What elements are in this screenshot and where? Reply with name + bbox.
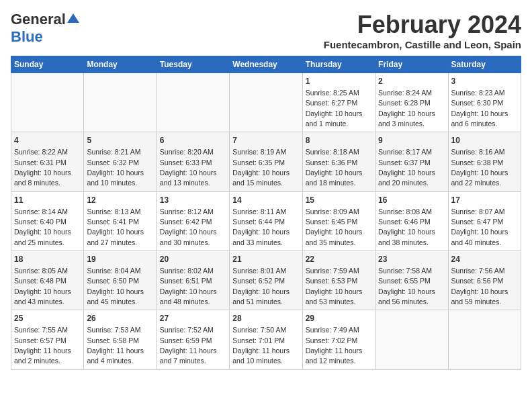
day-info: Sunrise: 8:22 AM Sunset: 6:31 PM Dayligh… — [14, 148, 71, 187]
day-number: 16 — [378, 195, 445, 206]
day-number: 27 — [160, 313, 226, 324]
calendar-cell — [375, 310, 448, 369]
day-info: Sunrise: 8:19 AM Sunset: 6:35 PM Dayligh… — [232, 148, 290, 187]
day-info: Sunrise: 7:52 AM Sunset: 6:59 PM Dayligh… — [160, 326, 217, 365]
calendar-cell: 16Sunrise: 8:08 AM Sunset: 6:46 PM Dayli… — [375, 191, 448, 250]
day-info: Sunrise: 7:55 AM Sunset: 6:57 PM Dayligh… — [14, 326, 71, 365]
day-number: 10 — [451, 135, 518, 146]
calendar-cell: 12Sunrise: 8:13 AM Sunset: 6:41 PM Dayli… — [84, 191, 157, 250]
day-number: 12 — [87, 195, 153, 206]
svg-marker-0 — [67, 13, 79, 23]
calendar-week-row: 4Sunrise: 8:22 AM Sunset: 6:31 PM Daylig… — [11, 132, 521, 191]
day-info: Sunrise: 8:09 AM Sunset: 6:45 PM Dayligh… — [306, 208, 363, 246]
day-number: 8 — [306, 135, 372, 146]
day-number: 18 — [14, 254, 81, 265]
calendar-week-row: 25Sunrise: 7:55 AM Sunset: 6:57 PM Dayli… — [11, 310, 521, 369]
title-block: February 2024 Fuentecambron, Castille an… — [324, 11, 521, 50]
calendar-cell — [157, 73, 229, 132]
day-info: Sunrise: 7:56 AM Sunset: 6:56 PM Dayligh… — [451, 267, 508, 306]
calendar-cell: 10Sunrise: 8:16 AM Sunset: 6:38 PM Dayli… — [448, 132, 521, 191]
day-number: 24 — [451, 254, 518, 265]
calendar-cell: 27Sunrise: 7:52 AM Sunset: 6:59 PM Dayli… — [157, 310, 229, 369]
day-info: Sunrise: 8:21 AM Sunset: 6:32 PM Dayligh… — [87, 148, 144, 187]
day-info: Sunrise: 7:59 AM Sunset: 6:53 PM Dayligh… — [306, 267, 363, 306]
day-info: Sunrise: 8:05 AM Sunset: 6:48 PM Dayligh… — [14, 267, 71, 306]
day-number: 6 — [160, 135, 226, 146]
calendar-cell: 23Sunrise: 7:58 AM Sunset: 6:55 PM Dayli… — [375, 251, 448, 310]
calendar-cell: 9Sunrise: 8:17 AM Sunset: 6:37 PM Daylig… — [375, 132, 448, 191]
calendar-week-row: 11Sunrise: 8:14 AM Sunset: 6:40 PM Dayli… — [11, 191, 521, 250]
day-info: Sunrise: 7:50 AM Sunset: 7:01 PM Dayligh… — [232, 326, 290, 365]
weekday-header: Sunday — [11, 56, 84, 73]
calendar-cell: 3Sunrise: 8:23 AM Sunset: 6:30 PM Daylig… — [448, 73, 521, 132]
day-number: 19 — [87, 254, 153, 265]
day-number: 22 — [306, 254, 372, 265]
day-info: Sunrise: 8:02 AM Sunset: 6:51 PM Dayligh… — [160, 267, 217, 306]
weekday-header: Tuesday — [157, 56, 229, 73]
day-number: 9 — [378, 135, 445, 146]
calendar-cell: 29Sunrise: 7:49 AM Sunset: 7:02 PM Dayli… — [302, 310, 375, 369]
header: General Blue February 2024 Fuentecambron… — [11, 11, 521, 50]
calendar-cell: 7Sunrise: 8:19 AM Sunset: 6:35 PM Daylig… — [230, 132, 302, 191]
calendar-cell: 13Sunrise: 8:12 AM Sunset: 6:42 PM Dayli… — [157, 191, 229, 250]
weekday-header: Thursday — [302, 56, 375, 73]
day-number: 26 — [87, 313, 153, 324]
calendar-cell: 21Sunrise: 8:01 AM Sunset: 6:52 PM Dayli… — [230, 251, 302, 310]
calendar-cell: 26Sunrise: 7:53 AM Sunset: 6:58 PM Dayli… — [84, 310, 157, 369]
calendar-cell: 19Sunrise: 8:04 AM Sunset: 6:50 PM Dayli… — [84, 251, 157, 310]
logo-general-text: General — [11, 11, 66, 28]
day-info: Sunrise: 7:49 AM Sunset: 7:02 PM Dayligh… — [306, 326, 363, 365]
calendar-cell: 4Sunrise: 8:22 AM Sunset: 6:31 PM Daylig… — [11, 132, 84, 191]
day-info: Sunrise: 8:24 AM Sunset: 6:28 PM Dayligh… — [378, 89, 435, 128]
day-number: 2 — [378, 76, 445, 87]
calendar-cell: 24Sunrise: 7:56 AM Sunset: 6:56 PM Dayli… — [448, 251, 521, 310]
calendar-cell — [448, 310, 521, 369]
calendar-cell: 25Sunrise: 7:55 AM Sunset: 6:57 PM Dayli… — [11, 310, 84, 369]
day-info: Sunrise: 8:12 AM Sunset: 6:42 PM Dayligh… — [160, 208, 217, 246]
calendar-table: SundayMondayTuesdayWednesdayThursdayFrid… — [11, 56, 521, 370]
day-info: Sunrise: 8:13 AM Sunset: 6:41 PM Dayligh… — [87, 208, 144, 246]
calendar-cell: 20Sunrise: 8:02 AM Sunset: 6:51 PM Dayli… — [157, 251, 229, 310]
day-info: Sunrise: 8:18 AM Sunset: 6:36 PM Dayligh… — [306, 148, 363, 187]
calendar-cell — [11, 73, 84, 132]
day-info: Sunrise: 8:23 AM Sunset: 6:30 PM Dayligh… — [451, 89, 508, 128]
day-number: 5 — [87, 135, 153, 146]
day-info: Sunrise: 8:11 AM Sunset: 6:44 PM Dayligh… — [232, 208, 290, 246]
day-number: 25 — [14, 313, 81, 324]
day-number: 15 — [306, 195, 372, 206]
calendar-cell — [230, 73, 302, 132]
day-info: Sunrise: 8:08 AM Sunset: 6:46 PM Dayligh… — [378, 208, 435, 246]
day-number: 23 — [378, 254, 445, 265]
calendar-cell: 18Sunrise: 8:05 AM Sunset: 6:48 PM Dayli… — [11, 251, 84, 310]
day-number: 13 — [160, 195, 226, 206]
calendar-cell: 8Sunrise: 8:18 AM Sunset: 6:36 PM Daylig… — [302, 132, 375, 191]
day-number: 21 — [232, 254, 299, 265]
location: Fuentecambron, Castille and Leon, Spain — [324, 39, 521, 50]
calendar-cell: 22Sunrise: 7:59 AM Sunset: 6:53 PM Dayli… — [302, 251, 375, 310]
day-info: Sunrise: 8:04 AM Sunset: 6:50 PM Dayligh… — [87, 267, 144, 306]
day-info: Sunrise: 7:53 AM Sunset: 6:58 PM Dayligh… — [87, 326, 144, 365]
calendar-cell: 2Sunrise: 8:24 AM Sunset: 6:28 PM Daylig… — [375, 73, 448, 132]
day-number: 4 — [14, 135, 81, 146]
day-number: 28 — [232, 313, 299, 324]
day-number: 3 — [451, 76, 518, 87]
day-info: Sunrise: 8:20 AM Sunset: 6:33 PM Dayligh… — [160, 148, 217, 187]
calendar-week-row: 18Sunrise: 8:05 AM Sunset: 6:48 PM Dayli… — [11, 251, 521, 310]
logo-blue-text: Blue — [11, 28, 43, 46]
weekday-header: Wednesday — [230, 56, 302, 73]
calendar-cell: 11Sunrise: 8:14 AM Sunset: 6:40 PM Dayli… — [11, 191, 84, 250]
day-number: 17 — [451, 195, 518, 206]
day-number: 7 — [232, 135, 299, 146]
logo-triangle-icon — [67, 12, 79, 24]
day-info: Sunrise: 8:17 AM Sunset: 6:37 PM Dayligh… — [378, 148, 435, 187]
calendar-cell: 5Sunrise: 8:21 AM Sunset: 6:32 PM Daylig… — [84, 132, 157, 191]
day-number: 29 — [306, 313, 372, 324]
calendar-cell: 1Sunrise: 8:25 AM Sunset: 6:27 PM Daylig… — [302, 73, 375, 132]
weekday-header: Saturday — [448, 56, 521, 73]
weekday-header: Friday — [375, 56, 448, 73]
weekday-header: Monday — [84, 56, 157, 73]
calendar-cell: 6Sunrise: 8:20 AM Sunset: 6:33 PM Daylig… — [157, 132, 229, 191]
calendar-cell: 28Sunrise: 7:50 AM Sunset: 7:01 PM Dayli… — [230, 310, 302, 369]
day-info: Sunrise: 7:58 AM Sunset: 6:55 PM Dayligh… — [378, 267, 435, 306]
day-info: Sunrise: 8:16 AM Sunset: 6:38 PM Dayligh… — [451, 148, 508, 187]
